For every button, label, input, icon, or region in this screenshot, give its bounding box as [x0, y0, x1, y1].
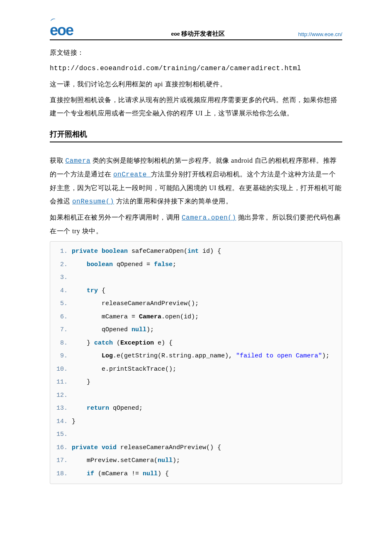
- intro-paragraph-2: 直接控制照相机设备，比请求从现有的照片或视频应用程序需要更多的代码。然而，如果你…: [50, 93, 342, 120]
- code-block: 1.private boolean safeCameraOpen(int id)…: [50, 241, 342, 484]
- code-line: 8. } catch (Exception e) {: [50, 337, 342, 350]
- header-url-wrap: http://www.eoe.cn/: [298, 30, 342, 38]
- code-content: return qOpened;: [72, 402, 143, 415]
- code-content: mCamera = Camera.open(id);: [72, 311, 199, 324]
- header-title: eoe 移动开发者社区: [73, 30, 298, 38]
- code-line: 14.}: [50, 415, 342, 428]
- code-content: boolean qOpened = false;: [72, 258, 176, 271]
- divider: [50, 142, 342, 142]
- original-link-url: http://docs.eoeandroid.com/training/came…: [50, 62, 342, 75]
- line-number: 10.: [50, 363, 72, 376]
- header-url-link[interactable]: http://www.eoe.cn/: [298, 31, 342, 37]
- section-heading: 打开照相机: [50, 129, 342, 139]
- code-line: 11. }: [50, 376, 342, 389]
- code-line: 18. if (mCamera != null) {: [50, 467, 342, 481]
- code-content: releaseCameraAndPreview();: [72, 297, 199, 311]
- line-number: 6.: [50, 311, 72, 324]
- code-content: private void releaseCameraAndPreview() {: [72, 441, 221, 455]
- line-number: 11.: [50, 376, 72, 389]
- intro-paragraph-1: 这一课，我们讨论怎么利用框架的 api 直接控制相机硬件。: [50, 78, 342, 91]
- body-text: 原文链接： http://docs.eoeandroid.com/trainin…: [50, 46, 342, 238]
- text-seg: 方法的重用和保持接下来的简单使用。: [116, 198, 233, 205]
- main-paragraph-2: 如果相机正在被另外一个程序调用时，调用 Camera.open() 抛出异常。所…: [50, 211, 342, 238]
- line-number: 4.: [50, 284, 72, 298]
- code-content: }: [72, 376, 90, 389]
- text-seg: 获取: [50, 157, 66, 164]
- main-paragraph-1: 获取 Camera 类的实例是能够控制相机的第一步程序。就像 android 自…: [50, 154, 342, 208]
- line-number: 5.: [50, 297, 72, 311]
- code-line: 12.: [50, 389, 342, 402]
- line-number: 9.: [50, 350, 72, 363]
- code-content: e.printStackTrace();: [72, 363, 176, 376]
- original-link-label: 原文链接：: [50, 46, 342, 59]
- camera-link[interactable]: Camera: [66, 157, 91, 165]
- code-content: }: [72, 415, 75, 428]
- code-line: 17. mPreview.setCamera(null);: [50, 454, 342, 467]
- line-number: 17.: [50, 454, 72, 467]
- code-content: private boolean safeCameraOpen(int id) {: [72, 245, 221, 258]
- line-number: 3.: [50, 271, 72, 284]
- code-content: } catch (Exception e) {: [72, 337, 173, 350]
- code-line: 3.: [50, 271, 342, 284]
- line-number: 1.: [50, 245, 72, 258]
- line-number: 12.: [50, 389, 72, 402]
- code-line: 7. qOpened null);: [50, 323, 342, 337]
- code-line: 5. releaseCameraAndPreview();: [50, 297, 342, 311]
- logo: ⌒ eoe: [50, 23, 73, 38]
- code-line: 2. boolean qOpened = false;: [50, 258, 342, 271]
- code-line: 6. mCamera = Camera.open(id);: [50, 311, 342, 324]
- document-page: ⌒ eoe eoe 移动开发者社区 http://www.eoe.cn/ 原文链…: [0, 0, 392, 496]
- code-line: 13. return qOpened;: [50, 402, 342, 415]
- page-header: ⌒ eoe eoe 移动开发者社区 http://www.eoe.cn/: [50, 23, 342, 40]
- line-number: 7.: [50, 323, 72, 337]
- line-number: 2.: [50, 258, 72, 271]
- camera-open-link[interactable]: Camera.open(): [182, 214, 236, 222]
- code-line: 1.private boolean safeCameraOpen(int id)…: [50, 245, 342, 258]
- code-content: qOpened null);: [72, 323, 154, 337]
- line-number: 13.: [50, 402, 72, 415]
- code-line: 15.: [50, 428, 342, 441]
- onresume-link[interactable]: onResume(): [72, 198, 114, 205]
- code-line: 4. try {: [50, 284, 342, 298]
- code-line: 9. Log.e(getString(R.string.app_name), "…: [50, 350, 342, 363]
- code-content: mPreview.setCamera(null);: [72, 454, 180, 467]
- line-number: 14.: [50, 415, 72, 428]
- oncreate-link[interactable]: onCreate: [113, 171, 151, 178]
- line-number: 16.: [50, 441, 72, 455]
- line-number: 8.: [50, 337, 72, 350]
- code-content: [72, 271, 79, 284]
- line-number: 18.: [50, 467, 72, 481]
- line-number: 15.: [50, 428, 72, 441]
- code-content: Log.e(getString(R.string.app_name), "fai…: [72, 350, 329, 363]
- code-line: 16.private void releaseCameraAndPreview(…: [50, 441, 342, 455]
- code-line: 10. e.printStackTrace();: [50, 363, 342, 376]
- text-seg: 如果相机正在被另外一个程序调用时，调用: [50, 214, 182, 221]
- code-content: if (mCamera != null) {: [72, 467, 169, 481]
- code-content: try {: [72, 284, 105, 298]
